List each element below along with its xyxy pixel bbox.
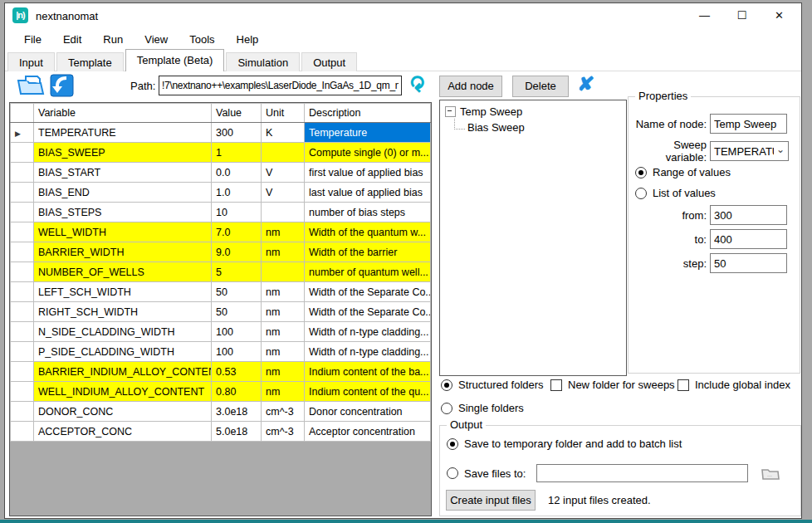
cell-unit[interactable]: nm <box>262 302 305 322</box>
row-header[interactable] <box>11 203 34 222</box>
table-row[interactable]: LEFT_SCH_WIDTH50nmWidth of the Separate … <box>11 282 431 302</box>
col-unit[interactable]: Unit <box>262 104 305 123</box>
save-path-input[interactable] <box>536 464 748 482</box>
table-row[interactable]: BARRIER_WIDTH9.0nmWidth of the barrier <box>11 242 431 262</box>
row-header[interactable] <box>11 302 34 322</box>
cell-description[interactable]: number of quantum well... <box>305 262 431 282</box>
table-row[interactable]: N_SIDE_CLADDING_WIDTH100nmWidth of n-typ… <box>11 322 431 342</box>
menu-help[interactable]: Help <box>226 31 270 48</box>
row-header[interactable] <box>11 222 34 242</box>
row-header[interactable] <box>11 282 34 302</box>
cell-value[interactable]: 50 <box>212 282 262 302</box>
new-folder-option[interactable]: New folder for sweeps <box>550 379 675 391</box>
global-index-checkbox[interactable] <box>677 379 689 391</box>
cell-value[interactable]: 3.0e18 <box>212 402 262 422</box>
range-of-values-radio[interactable] <box>635 167 647 178</box>
cell-description[interactable]: first value of applied bias <box>305 163 431 183</box>
cell-description[interactable]: Compute single (0) or m... <box>305 143 431 163</box>
tab-template[interactable]: Template <box>56 52 124 71</box>
close-button-icon[interactable]: ✕ <box>761 3 798 28</box>
table-row[interactable]: BARRIER_INDIUM_ALLOY_CONTENT0.53nmIndium… <box>11 362 431 382</box>
cell-unit[interactable]: V <box>262 163 305 183</box>
cell-unit[interactable]: nm <box>262 382 305 402</box>
from-input[interactable] <box>710 205 787 225</box>
structured-folders-option[interactable]: Structured folders <box>441 379 544 391</box>
cell-variable[interactable]: P_SIDE_CLADDING_WIDTH <box>34 342 212 362</box>
row-header[interactable] <box>11 322 34 342</box>
menu-view[interactable]: View <box>134 31 179 48</box>
menu-run[interactable]: Run <box>92 31 134 48</box>
table-row[interactable]: P_SIDE_CLADDING_WIDTH100nmWidth of n-typ… <box>11 342 431 362</box>
cell-value[interactable]: 0.0 <box>212 163 262 183</box>
single-folders-option[interactable]: Single folders <box>441 402 524 414</box>
chevron-down-icon[interactable]: ⌄ <box>776 144 785 155</box>
cell-description[interactable]: Width of the Separate Co... <box>305 302 431 322</box>
cell-value[interactable]: 9.0 <box>212 242 262 262</box>
table-row[interactable]: WELL_INDIUM_ALLOY_CONTENT0.80nmIndium co… <box>11 382 431 402</box>
cell-variable[interactable]: BARRIER_INDIUM_ALLOY_CONTENT <box>34 362 212 382</box>
cell-description[interactable]: Width of n-type cladding... <box>305 322 431 342</box>
tree-node-label[interactable]: Bias Sweep <box>467 121 525 134</box>
cell-unit[interactable]: nm <box>262 282 305 302</box>
cell-unit[interactable]: nm <box>262 222 305 242</box>
save-temp-radio[interactable] <box>447 438 458 450</box>
col-value[interactable]: Value <box>212 104 262 123</box>
cell-unit[interactable]: nm <box>262 362 305 382</box>
tab-output[interactable]: Output <box>301 52 357 71</box>
cell-unit[interactable]: K <box>262 123 305 143</box>
cell-variable[interactable]: BIAS_END <box>34 183 212 203</box>
single-folders-radio[interactable] <box>441 403 452 414</box>
import-template-icon[interactable] <box>48 73 76 101</box>
col-description[interactable]: Description <box>305 104 431 123</box>
path-input[interactable] <box>159 76 402 95</box>
tree-node-root[interactable]: Temp Sweep <box>445 104 626 120</box>
cell-value[interactable]: 0.80 <box>212 382 262 402</box>
cell-variable[interactable]: N_SIDE_CLADDING_WIDTH <box>34 322 212 342</box>
row-header[interactable] <box>11 242 34 262</box>
minimize-button-icon[interactable]: — <box>686 3 723 28</box>
variables-grid[interactable]: Variable Value Unit Description ▶TEMPERA… <box>9 102 432 516</box>
cell-value[interactable]: 1 <box>212 143 262 163</box>
list-of-values-option[interactable]: List of values <box>635 187 716 199</box>
table-row[interactable]: BIAS_START0.0Vfirst value of applied bia… <box>11 163 431 183</box>
cell-value[interactable]: 100 <box>212 342 262 362</box>
save-temp-option[interactable]: Save to temporary folder and add to batc… <box>447 437 682 450</box>
cell-variable[interactable]: BIAS_START <box>34 163 212 183</box>
cell-description[interactable]: Width of the quantum w... <box>305 222 431 242</box>
sweep-variable-dropdown[interactable]: TEMPERATURE ⌄ <box>710 141 789 161</box>
cell-value[interactable]: 0.53 <box>212 362 262 382</box>
row-header[interactable] <box>11 382 34 402</box>
maximize-button-icon[interactable]: ☐ <box>723 3 761 28</box>
cell-variable[interactable]: BARRIER_WIDTH <box>34 242 212 262</box>
create-input-files-button[interactable]: Create input files <box>446 490 536 511</box>
cell-description[interactable]: Indium content of the qu... <box>305 382 431 402</box>
row-header[interactable] <box>11 402 34 422</box>
cell-unit[interactable]: nm <box>262 342 305 362</box>
cell-variable[interactable]: NUMBER_OF_WELLS <box>34 262 212 282</box>
cell-value[interactable]: 5.0e18 <box>212 422 262 442</box>
cell-value[interactable]: 1.0 <box>212 183 262 203</box>
cell-unit[interactable]: V <box>262 183 305 203</box>
new-folder-checkbox[interactable] <box>550 379 562 391</box>
open-file-icon[interactable] <box>16 73 46 100</box>
cell-variable[interactable]: BIAS_SWEEP <box>34 143 212 163</box>
cell-description[interactable]: Width of the barrier <box>305 242 431 262</box>
cell-value[interactable]: 10 <box>212 203 262 222</box>
table-row[interactable]: WELL_WIDTH7.0nmWidth of the quantum w... <box>11 222 431 242</box>
cell-variable[interactable]: WELL_WIDTH <box>34 222 212 242</box>
row-header[interactable] <box>11 362 34 382</box>
menu-edit[interactable]: Edit <box>52 31 92 48</box>
cell-variable[interactable]: TEMPERATURE <box>34 123 212 143</box>
sweep-tree[interactable]: Temp Sweep Bias Sweep <box>439 100 627 376</box>
cell-description[interactable]: last value of applied bias <box>305 183 431 203</box>
structured-folders-radio[interactable] <box>441 379 452 391</box>
row-header[interactable] <box>11 262 34 282</box>
cell-unit[interactable] <box>262 143 305 163</box>
tab-simulation[interactable]: Simulation <box>226 52 300 71</box>
step-input[interactable] <box>710 253 787 273</box>
cell-description[interactable]: Width of n-type cladding... <box>305 342 431 362</box>
cell-unit[interactable]: cm^-3 <box>262 422 305 442</box>
cell-description[interactable]: Acceptor concentration <box>305 422 431 442</box>
tab-template-beta[interactable]: Template (Beta) <box>125 49 225 71</box>
current-row-marker[interactable]: ▶ <box>11 123 34 143</box>
